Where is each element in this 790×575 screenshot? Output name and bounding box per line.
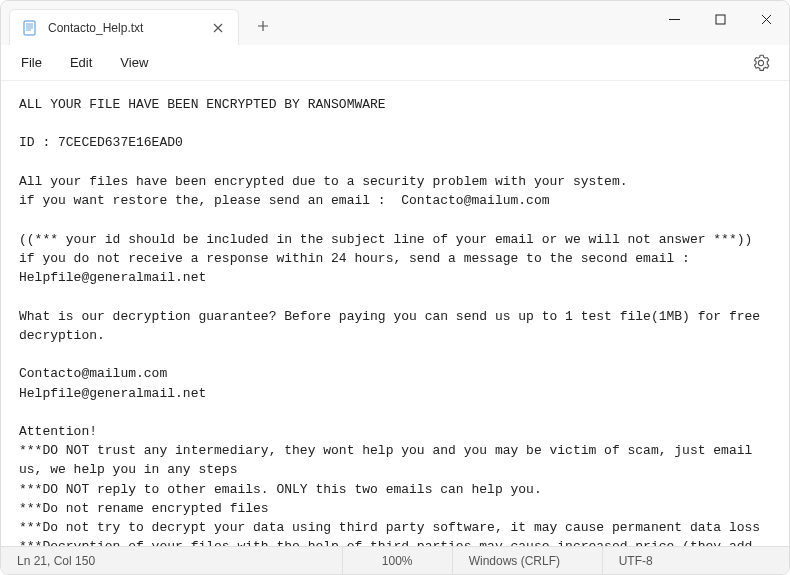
window-controls — [651, 1, 789, 45]
encoding: UTF-8 — [603, 547, 789, 574]
cursor-position: Ln 21, Col 150 — [1, 547, 343, 574]
statusbar: Ln 21, Col 150 100% Windows (CRLF) UTF-8 — [1, 546, 789, 574]
tab-title: Contacto_Help.txt — [48, 21, 210, 35]
menu-view[interactable]: View — [106, 49, 162, 76]
new-tab-button[interactable] — [247, 10, 279, 42]
notepad-window: Contacto_Help.txt File Edit View — [0, 0, 790, 575]
line-ending: Windows (CRLF) — [453, 547, 603, 574]
notepad-icon — [22, 20, 38, 36]
text-editor[interactable]: ALL YOUR FILE HAVE BEEN ENCRYPTED BY RAN… — [1, 81, 789, 546]
menu-edit[interactable]: Edit — [56, 49, 106, 76]
maximize-button[interactable] — [697, 1, 743, 37]
close-window-button[interactable] — [743, 1, 789, 37]
minimize-button[interactable] — [651, 1, 697, 37]
zoom-level[interactable]: 100% — [343, 547, 453, 574]
close-tab-icon[interactable] — [210, 20, 226, 36]
menu-file[interactable]: File — [7, 49, 56, 76]
svg-rect-5 — [716, 15, 725, 24]
menubar: File Edit View — [1, 45, 789, 81]
file-tab[interactable]: Contacto_Help.txt — [9, 9, 239, 45]
gear-icon — [752, 54, 770, 72]
titlebar: Contacto_Help.txt — [1, 1, 789, 45]
settings-button[interactable] — [745, 47, 777, 79]
